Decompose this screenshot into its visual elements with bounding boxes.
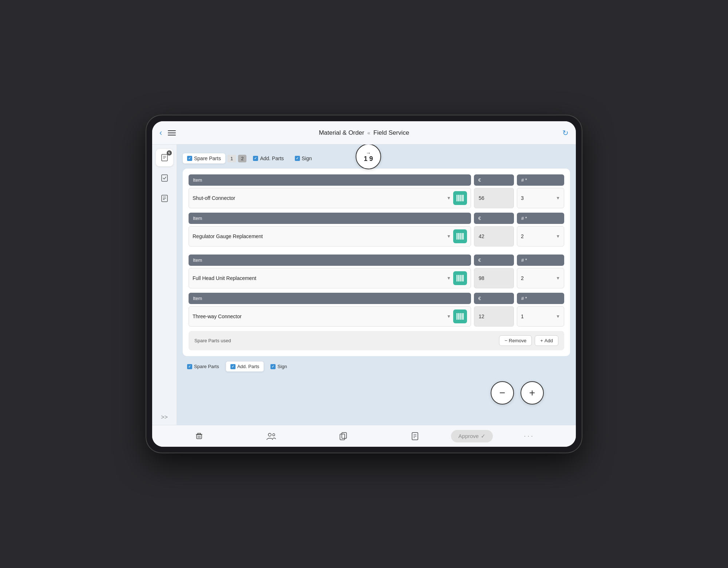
svg-rect-18	[458, 233, 459, 240]
tab-sign[interactable]: Sign	[290, 153, 316, 163]
svg-rect-47	[342, 433, 347, 438]
item-col-header-3: Item	[189, 255, 471, 266]
barcode-btn-1[interactable]	[453, 191, 467, 205]
svg-rect-17	[458, 233, 458, 240]
add-button-row[interactable]: + Add	[535, 335, 558, 346]
spare-parts-tab-label: Spare Parts	[194, 155, 221, 161]
svg-rect-24	[456, 275, 457, 281]
page-1-button[interactable]: 1	[228, 155, 236, 162]
more-button[interactable]: • • •	[493, 435, 565, 437]
check-document-icon	[161, 174, 169, 182]
refresh-button[interactable]: ↻	[562, 129, 569, 137]
copy-button[interactable]	[307, 432, 379, 441]
bottom-sign-label: Sign	[277, 364, 287, 369]
team-button[interactable]	[235, 432, 307, 441]
item-select-3[interactable]: Full Head Unit Replacement ▼	[189, 268, 471, 288]
svg-rect-35	[459, 313, 460, 320]
svg-rect-20	[460, 233, 461, 240]
approve-check-icon: ✓	[481, 433, 486, 439]
menu-icon[interactable]	[168, 130, 176, 135]
svg-rect-48	[340, 434, 345, 440]
svg-rect-31	[463, 275, 464, 281]
item-value-2: Regulator Gauge Replacement	[193, 233, 444, 239]
approve-label: Approve	[458, 433, 479, 439]
qty-value-1: 3	[521, 195, 556, 201]
step-numbers: 1 9	[364, 155, 373, 163]
bottom-tab-spare-parts[interactable]: Spare Parts	[183, 362, 223, 371]
page-title: Material & Order « Field Service	[319, 129, 409, 137]
sidebar-badge: 5	[167, 150, 172, 155]
qty-arrow-4: ▼	[556, 314, 560, 319]
plus-icon: +	[540, 338, 543, 343]
svg-rect-28	[460, 275, 461, 281]
document-icon	[161, 154, 169, 162]
back-button[interactable]: ‹	[159, 129, 162, 137]
svg-rect-12	[460, 195, 461, 201]
spare-parts-checkbox[interactable]	[187, 156, 192, 161]
top-bar: ‹ Material & Order « Field Service ↻	[152, 121, 576, 145]
copy-icon	[339, 432, 348, 441]
svg-rect-22	[462, 233, 463, 240]
dropdown-arrow-3: ▼	[447, 276, 451, 281]
sidebar-item-2[interactable]	[156, 169, 173, 187]
bottom-add-checkbox[interactable]	[230, 364, 236, 369]
svg-rect-21	[461, 233, 462, 240]
svg-rect-25	[458, 275, 458, 281]
qty-select-1[interactable]: 3 ▼	[517, 188, 564, 208]
circle-remove-button[interactable]: −	[491, 381, 514, 405]
dropdown-arrow-4: ▼	[447, 314, 451, 319]
bottom-spare-checkbox[interactable]	[187, 364, 192, 369]
remove-button[interactable]: − Remove	[499, 335, 532, 346]
tab-add-parts[interactable]: Add. Parts	[249, 153, 288, 163]
qty-select-3[interactable]: 2 ▼	[517, 268, 564, 288]
bottom-toolbar: Approve ✓ • • •	[152, 425, 576, 447]
qty-arrow-1: ▼	[556, 196, 560, 201]
barcode-btn-3[interactable]	[453, 271, 467, 285]
price-col-header-4: €	[474, 293, 514, 304]
svg-rect-10	[458, 195, 459, 201]
barcode-btn-2[interactable]	[453, 229, 467, 243]
qty-select-2[interactable]: 2 ▼	[517, 226, 564, 246]
item-block-1: Item € # * Shut-off Connector ▼	[189, 174, 564, 208]
svg-rect-32	[456, 313, 457, 320]
spare-parts-used-label: Spare Parts used	[194, 338, 496, 343]
bottom-sign-checkbox[interactable]	[270, 364, 276, 369]
bottom-spare-label: Spare Parts	[194, 364, 219, 369]
barcode-btn-4[interactable]	[453, 309, 467, 323]
bottom-tab-sign[interactable]: Sign	[266, 362, 291, 371]
svg-rect-29	[461, 275, 462, 281]
approve-button[interactable]: Approve ✓	[451, 430, 493, 442]
sign-checkbox[interactable]	[295, 156, 300, 161]
add-parts-checkbox[interactable]	[253, 156, 258, 161]
item-value-1: Shut-off Connector	[193, 195, 444, 201]
svg-rect-23	[463, 233, 464, 240]
sidebar-expand-button[interactable]: >>	[161, 414, 168, 421]
sidebar-item-3[interactable]	[156, 190, 173, 207]
svg-rect-36	[460, 313, 461, 320]
qty-value-2: 2	[521, 233, 556, 239]
item-select-4[interactable]: Three-way Connector ▼	[189, 306, 471, 327]
item-select-2[interactable]: Regulator Gauge Replacement ▼	[189, 226, 471, 246]
barcode-icon-4	[456, 313, 464, 320]
bottom-tab-add-parts[interactable]: Add. Parts	[226, 361, 264, 372]
add-parts-tab-label: Add. Parts	[260, 155, 284, 161]
item-select-1[interactable]: Shut-off Connector ▼	[189, 188, 471, 208]
sidebar-item-1[interactable]: 5	[156, 149, 173, 166]
svg-rect-34	[458, 313, 459, 320]
svg-rect-38	[462, 313, 463, 320]
qty-select-4[interactable]: 1 ▼	[517, 306, 564, 327]
item-block-2: Item € # * Regulator Gauge Replacement ▼	[189, 213, 564, 246]
circle-add-button[interactable]: +	[521, 381, 544, 405]
svg-rect-37	[461, 313, 462, 320]
page-2-button[interactable]: 2	[238, 155, 246, 162]
form-card: Item € # * Shut-off Connector ▼	[183, 169, 570, 356]
sign-tab-label: Sign	[302, 155, 312, 161]
tab-spare-parts[interactable]: Spare Parts	[183, 153, 225, 163]
sidebar: 5 >>	[152, 145, 177, 425]
price-field-1: 56	[474, 188, 514, 208]
report-button[interactable]	[379, 432, 451, 441]
svg-rect-9	[458, 195, 458, 201]
barcode-icon-3	[456, 275, 464, 281]
svg-rect-13	[461, 195, 462, 201]
delete-button[interactable]	[163, 432, 235, 441]
